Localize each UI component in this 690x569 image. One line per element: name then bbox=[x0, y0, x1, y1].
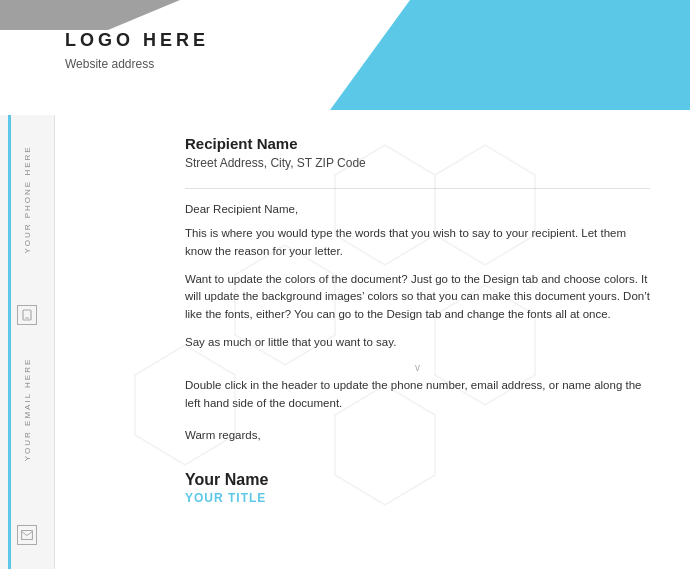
sidebar-phone-label: YOUR PHONE HERE bbox=[23, 145, 32, 253]
section-divider bbox=[185, 188, 650, 189]
signature-name: Your Name bbox=[185, 471, 650, 489]
logo-area: LOGO HERE Website address bbox=[65, 30, 209, 71]
website-address: Website address bbox=[65, 57, 209, 71]
header: LOGO HERE Website address bbox=[0, 0, 690, 115]
svg-rect-1 bbox=[25, 318, 29, 319]
header-blue-shape bbox=[330, 0, 690, 110]
salutation: Dear Recipient Name, bbox=[185, 203, 650, 215]
sidebar-email-label: YOUR EMAIL HERE bbox=[23, 358, 32, 462]
left-sidebar: YOUR PHONE HERE YOUR EMAIL HERE bbox=[0, 115, 55, 569]
paragraph-2: Want to update the colors of the documen… bbox=[185, 271, 650, 324]
page-wrapper: LOGO HERE Website address YOUR PHONE HER… bbox=[0, 0, 690, 569]
header-gray-shape bbox=[0, 0, 180, 30]
main-content: Recipient Name Street Address, City, ST … bbox=[55, 115, 690, 569]
email-icon bbox=[17, 525, 37, 545]
v-marker: v bbox=[185, 362, 650, 373]
paragraph-1: This is where you would type the words t… bbox=[185, 225, 650, 261]
logo-text: LOGO HERE bbox=[65, 30, 209, 51]
signature-title: YOUR TITLE bbox=[185, 491, 650, 505]
recipient-name: Recipient Name bbox=[185, 135, 650, 152]
sidebar-blue-line bbox=[8, 115, 11, 569]
recipient-address: Street Address, City, ST ZIP Code bbox=[185, 156, 650, 170]
closing: Warm regards, bbox=[185, 429, 650, 441]
paragraph-3: Say as much or little that you want to s… bbox=[185, 334, 650, 352]
phone-icon bbox=[17, 305, 37, 325]
paragraph-4: Double click in the header to update the… bbox=[185, 377, 650, 413]
recipient-section: Recipient Name Street Address, City, ST … bbox=[185, 135, 650, 170]
